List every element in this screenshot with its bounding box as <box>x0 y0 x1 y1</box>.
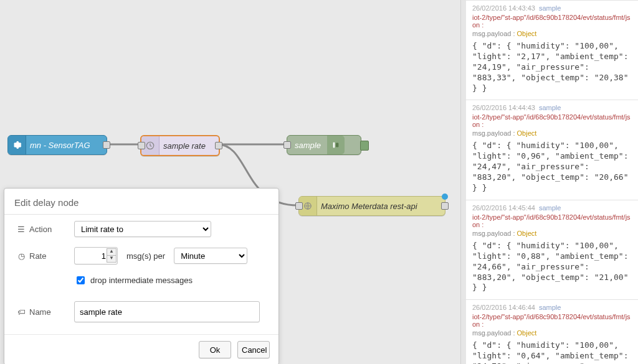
msg-payload: { "d": { "humidity": "100,00", "light": … <box>472 141 633 193</box>
msg-payload: { "d": { "humidity": "100,00", "light": … <box>472 241 633 293</box>
msg-type: msg.payload : Object <box>472 230 633 237</box>
debug-message: 26/02/2016 14:45:44sampleiot-2/type/"st-… <box>461 200 638 299</box>
msg-topic: iot-2/type/"st-app"/id/68c90b178204/evt/… <box>472 14 633 29</box>
gear-icon <box>8 136 26 154</box>
msg-node-name[interactable]: sample <box>539 4 561 12</box>
msg-payload: { "d": { "humidity": "100,00", "light": … <box>472 41 633 93</box>
ok-button[interactable]: Ok <box>199 341 231 358</box>
action-select[interactable]: Limit rate to <box>74 221 211 237</box>
rate-stepper: ▲ ▼ <box>74 247 118 264</box>
label-action: ☰Action <box>17 225 74 234</box>
port-out[interactable] <box>441 202 449 210</box>
port-in[interactable] <box>283 141 291 149</box>
row-drop: drop intermediate messages <box>4 268 279 290</box>
rate-unit-select[interactable]: Minute <box>174 248 247 264</box>
debug-icon <box>327 136 345 154</box>
msg-meta: 26/02/2016 14:46:44sample <box>472 304 633 311</box>
msg-type: msg.payload : Object <box>472 129 633 137</box>
port-out[interactable] <box>103 141 110 149</box>
drop-checkbox[interactable] <box>77 276 85 284</box>
msg-topic: iot-2/type/"st-app"/id/68c90b178204/evt/… <box>472 213 633 228</box>
msg-topic: iot-2/type/"st-app"/id/68c90b178204/evt/… <box>472 113 633 128</box>
debug-message: 26/02/2016 14:46:44sampleiot-2/type/"st-… <box>461 299 638 364</box>
row-rate: ◷Rate ▲ ▼ msg(s) per Minute <box>4 241 279 268</box>
msg-topic: iot-2/type/"st-app"/id/68c90b178204/evt/… <box>472 313 633 328</box>
debug-toggle[interactable] <box>360 141 369 151</box>
dialog-buttons: Ok Cancel <box>4 334 279 364</box>
list-icon: ☰ <box>17 225 26 234</box>
port-in[interactable] <box>295 202 303 210</box>
msg-type: msg.payload : Object <box>472 329 633 337</box>
svg-rect-2 <box>336 143 338 147</box>
label-name: 🏷Name <box>17 307 74 317</box>
msg-payload: { "d": { "humidity": "100,00", "light": … <box>472 340 633 364</box>
tag-icon: 🏷 <box>17 307 26 317</box>
row-name: 🏷Name <box>4 295 279 326</box>
msg-meta: 26/02/2016 14:43:43sample <box>472 4 633 12</box>
port-out[interactable] <box>215 142 222 149</box>
node-delay-label: sample rate <box>160 141 212 151</box>
clock-icon: ◷ <box>17 251 26 261</box>
drop-label: drop intermediate messages <box>90 276 193 285</box>
msg-node-name[interactable]: sample <box>539 104 561 111</box>
msg-meta: 26/02/2016 14:44:43sample <box>472 104 633 111</box>
dialog-title: Edit delay node <box>4 189 279 215</box>
svg-rect-1 <box>333 142 335 148</box>
edit-dialog: Edit delay node ☰Action Limit rate to ◷R… <box>4 188 279 364</box>
msg-type: msg.payload : Object <box>472 30 633 37</box>
node-iot[interactable]: mn - SensorTAG <box>7 135 107 155</box>
node-http-label: Maximo Meterdata rest-api <box>317 202 424 211</box>
name-input[interactable] <box>74 301 260 322</box>
port-in[interactable] <box>138 142 145 149</box>
debug-sidebar[interactable]: 26/02/2016 14:43:43sampleiot-2/type/"st-… <box>460 0 638 364</box>
node-delay[interactable]: sample rate <box>140 135 220 156</box>
node-debug-label: sample <box>287 141 327 150</box>
label-rate: ◷Rate <box>17 251 74 261</box>
step-down[interactable]: ▼ <box>107 255 117 263</box>
rate-suffix: msg(s) per <box>118 251 174 261</box>
debug-message: 26/02/2016 14:43:43sampleiot-2/type/"st-… <box>461 0 638 100</box>
cancel-button[interactable]: Cancel <box>237 341 270 358</box>
changed-indicator <box>442 194 448 200</box>
msg-node-name[interactable]: sample <box>539 204 561 212</box>
node-debug[interactable]: sample <box>287 135 361 155</box>
node-iot-label: mn - SensorTAG <box>26 141 97 150</box>
debug-message: 26/02/2016 14:44:43sampleiot-2/type/"st-… <box>461 100 638 199</box>
msg-node-name[interactable]: sample <box>539 304 561 311</box>
row-action: ☰Action Limit rate to <box>4 215 279 241</box>
msg-meta: 26/02/2016 14:45:44sample <box>472 204 633 212</box>
node-http[interactable]: Maximo Meterdata rest-api <box>298 196 445 216</box>
